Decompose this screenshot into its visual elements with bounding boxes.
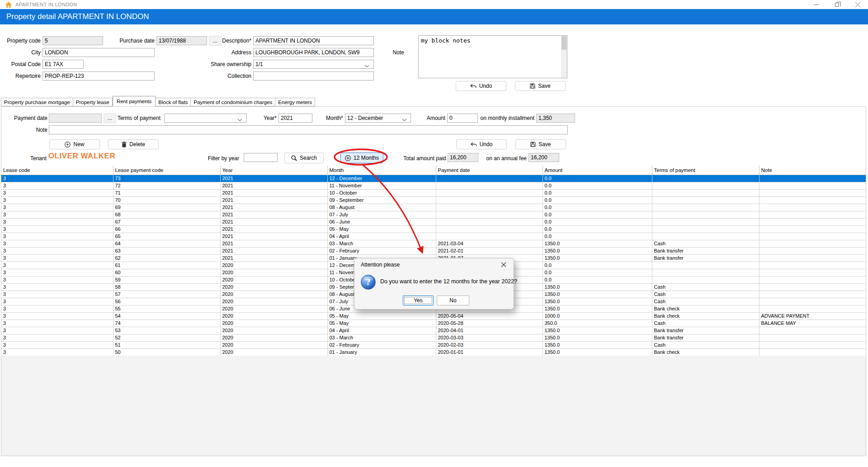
table-row[interactable]: 373202112 - December0.0 xyxy=(1,175,866,182)
cell-lease_code: 3 xyxy=(1,218,113,225)
cell-month: 04 - April xyxy=(327,233,436,240)
property-save-button[interactable]: Save xyxy=(515,81,566,91)
cell-terms_of_payment: Cash xyxy=(652,319,759,327)
cell-terms_of_payment: Bank transfer xyxy=(652,334,759,341)
total-amount-paid-field[interactable] xyxy=(448,153,478,162)
column-header-month[interactable]: Month xyxy=(327,166,436,175)
column-header-lease_code[interactable]: Lease code xyxy=(1,166,113,175)
tenant-label: Tenant xyxy=(15,154,47,163)
payment-date-field[interactable] xyxy=(49,114,102,123)
postal-code-field[interactable] xyxy=(42,60,84,69)
cell-payment_date: 2020-02-03 xyxy=(436,341,542,348)
amount-label: Amount xyxy=(423,114,445,123)
monthly-installment-field[interactable] xyxy=(536,114,575,123)
close-button[interactable] xyxy=(847,0,868,9)
address-label: Address xyxy=(211,48,251,57)
tab-energy-meters[interactable]: Energy meters xyxy=(275,98,315,106)
annual-fee-field[interactable] xyxy=(528,153,559,162)
note-scrollbar-thumb[interactable] xyxy=(561,36,566,50)
repertoire-field[interactable] xyxy=(42,71,155,81)
column-header-terms_of_payment[interactable]: Terms of payment xyxy=(652,166,759,175)
delete-button[interactable]: Delete xyxy=(108,139,159,149)
cell-month: 10 - October xyxy=(327,189,436,196)
cell-note xyxy=(759,269,866,276)
payment-date-browse-button[interactable]: ... xyxy=(104,113,116,123)
tab-property-lease[interactable]: Property lease xyxy=(73,98,113,106)
cell-note xyxy=(759,211,866,218)
column-header-year[interactable]: Year xyxy=(220,166,327,175)
cell-note xyxy=(759,254,866,262)
table-row[interactable]: 368202107 - July0.0 xyxy=(1,211,866,218)
tab-payment-of-condominium-charges[interactable]: Payment of condominium charges xyxy=(191,98,275,106)
note-textarea[interactable] xyxy=(418,35,567,78)
description-field[interactable] xyxy=(253,36,374,45)
city-field[interactable] xyxy=(42,48,155,57)
table-row[interactable]: 364202103 - March2021-03-041350.0Cash xyxy=(1,240,866,247)
property-code-field[interactable] xyxy=(42,36,103,45)
cell-terms_of_payment: Cash xyxy=(652,341,759,348)
table-row[interactable]: 353202004 - April2020-04-011350.0Bank tr… xyxy=(1,327,866,334)
property-undo-button[interactable]: Undo xyxy=(456,81,506,91)
column-header-amount[interactable]: Amount xyxy=(542,166,652,175)
cell-lease_code: 3 xyxy=(1,327,113,334)
dialog-yes-button[interactable]: Yes xyxy=(403,295,434,305)
cell-lease_payment_code: 55 xyxy=(113,305,220,312)
table-row[interactable]: 350202001 - January2020-01-011350.0Bank … xyxy=(1,348,866,356)
cell-note xyxy=(759,189,866,196)
table-row[interactable]: 369202108 - August0.0 xyxy=(1,204,866,211)
note-scrollbar[interactable] xyxy=(561,36,567,78)
cell-year: 2021 xyxy=(220,254,327,262)
table-row[interactable]: 370202109 - September0.0 xyxy=(1,196,866,204)
payment-note-field[interactable] xyxy=(49,125,568,134)
column-header-note[interactable]: Note xyxy=(759,166,866,175)
minimize-button[interactable] xyxy=(806,0,826,9)
dialog-close-button[interactable] xyxy=(498,260,509,269)
table-row[interactable]: 352202003 - March2020-03-031350.0Bank tr… xyxy=(1,334,866,341)
cell-terms_of_payment: Bank check xyxy=(652,312,759,319)
terms-of-payment-select[interactable] xyxy=(164,114,247,123)
twelve-months-button[interactable]: 12 Months xyxy=(340,152,383,163)
tab-block-of-flats[interactable]: Block of flats xyxy=(156,98,191,106)
payment-undo-button[interactable]: Undo xyxy=(456,139,507,149)
filter-by-year-input[interactable] xyxy=(244,153,278,162)
cell-note: ADVANCE PAYMENT xyxy=(759,312,866,319)
purchase-date-field[interactable] xyxy=(156,36,207,45)
table-row[interactable]: 365202104 - April0.0 xyxy=(1,233,866,240)
cell-year: 2020 xyxy=(220,348,327,356)
cell-year: 2020 xyxy=(220,269,327,276)
year-field[interactable] xyxy=(278,114,312,123)
share-ownership-label: Share ownership xyxy=(208,60,251,69)
address-field[interactable] xyxy=(253,48,374,57)
cell-year: 2021 xyxy=(220,233,327,240)
amount-field[interactable] xyxy=(447,114,478,123)
cell-lease_code: 3 xyxy=(1,276,113,283)
cell-year: 2020 xyxy=(220,319,327,327)
window-titlebar: APARTMENT IN LONDON xyxy=(0,0,868,9)
table-row[interactable]: 371202110 - October0.0 xyxy=(1,189,866,196)
cell-amount: 1350.0 xyxy=(542,341,652,348)
search-button[interactable]: Search xyxy=(284,152,324,163)
table-row[interactable]: 354202005 - May2020-05-041000.0Bank chec… xyxy=(1,312,866,319)
table-row[interactable]: 374202005 - May2020-05-28350.0CashBALANC… xyxy=(1,319,866,327)
tab-property-purchase-mortgage[interactable]: Property purchase mortgage xyxy=(1,98,73,106)
cell-lease_code: 3 xyxy=(1,211,113,218)
table-row[interactable]: 367202106 - June0.0 xyxy=(1,218,866,225)
restore-button[interactable] xyxy=(826,0,847,9)
tenant-name: OLIVER WALKER xyxy=(48,152,115,161)
table-row[interactable]: 372202111 - November0.0 xyxy=(1,182,866,189)
month-select[interactable]: 12 - December xyxy=(345,114,411,123)
cell-year: 2020 xyxy=(220,341,327,348)
table-row[interactable]: 366202105 - May0.0 xyxy=(1,225,866,233)
dialog-no-button[interactable]: No xyxy=(437,295,469,305)
cell-year: 2020 xyxy=(220,276,327,283)
share-ownership-select[interactable]: 1/1 xyxy=(253,60,374,69)
new-button[interactable]: New xyxy=(49,139,100,149)
cell-lease_payment_code: 72 xyxy=(113,182,220,189)
collection-field[interactable] xyxy=(253,71,374,81)
column-header-lease_payment_code[interactable]: Lease payment code xyxy=(113,166,220,175)
table-row[interactable]: 363202102 - February2021-02-011350.0Bank… xyxy=(1,247,866,254)
column-header-payment_date[interactable]: Payment date xyxy=(436,166,542,175)
table-row[interactable]: 351202002 - February2020-02-031350.0Cash xyxy=(1,341,866,348)
payment-save-button[interactable]: Save xyxy=(515,139,566,149)
tab-rent-payments[interactable]: Rent payments xyxy=(113,96,156,106)
